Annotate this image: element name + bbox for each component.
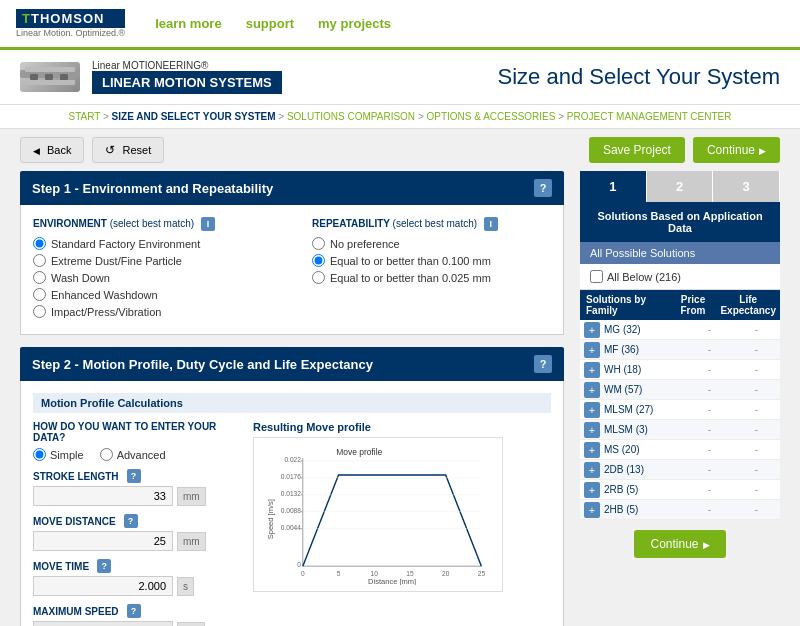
top-navigation: TTHOMSON Linear Motion. Optimized.® lear… xyxy=(0,0,800,50)
mode-advanced-radio[interactable] xyxy=(100,448,113,461)
sol-expand-btn[interactable]: + xyxy=(584,462,600,478)
sol-name[interactable]: MG (32) xyxy=(600,320,686,339)
sol-price: - xyxy=(686,420,733,439)
svg-text:25: 25 xyxy=(478,570,486,577)
step-tab-3[interactable]: 3 xyxy=(713,171,780,202)
env-row: ENVIRONMENT (select best match) i Standa… xyxy=(33,217,551,322)
col-price: Price From xyxy=(670,290,717,320)
sol-name[interactable]: 2DB (13) xyxy=(600,460,686,479)
svg-text:Move profile: Move profile xyxy=(336,447,382,457)
rep-radio-1[interactable] xyxy=(312,254,325,267)
move-dist-help[interactable]: ? xyxy=(124,514,138,528)
step2-sub-title: Motion Profile Calculations xyxy=(33,393,551,413)
banner-left: Linear MOTIONEERING® LINEAR MOTION SYSTE… xyxy=(20,60,282,94)
repeatability-help[interactable]: i xyxy=(484,217,498,231)
move-distance-input[interactable] xyxy=(33,531,173,551)
breadcrumb-current: SIZE AND SELECT YOUR SYSTEM xyxy=(112,111,276,122)
back-button[interactable]: Back xyxy=(20,137,84,163)
solutions-header: Solutions Based on Application Data xyxy=(580,202,780,242)
mode-simple-radio[interactable] xyxy=(33,448,46,461)
sol-price: - xyxy=(686,380,733,399)
breadcrumb-project[interactable]: PROJECT MANAGEMENT CENTER xyxy=(567,111,732,122)
all-below-checkbox[interactable] xyxy=(590,270,603,283)
sol-name[interactable]: WM (57) xyxy=(600,380,686,399)
svg-text:15: 15 xyxy=(406,570,414,577)
breadcrumb-options[interactable]: OPTIONS & ACCESSORIES xyxy=(427,111,556,122)
continue-button[interactable]: Continue xyxy=(693,137,780,163)
sol-name[interactable]: MS (20) xyxy=(600,440,686,459)
chart-area: Resulting Move profile Move profile 0. xyxy=(253,421,551,592)
sol-expand-btn[interactable]: + xyxy=(584,442,600,458)
step2-help-button[interactable]: ? xyxy=(534,355,552,373)
sol-expand-btn[interactable]: + xyxy=(584,402,600,418)
move-time-unit: s xyxy=(177,577,194,596)
sol-expand-btn[interactable]: + xyxy=(584,362,600,378)
sol-name[interactable]: 2RB (5) xyxy=(600,480,686,499)
page-title: Size and Select Your System xyxy=(498,64,781,90)
env-option-2: Wash Down xyxy=(33,271,272,284)
reset-label: Reset xyxy=(122,144,151,156)
nav-my-projects[interactable]: my projects xyxy=(318,16,391,31)
all-possible-solutions[interactable]: All Possible Solutions xyxy=(580,242,780,264)
nav-learn-more[interactable]: learn more xyxy=(155,16,221,31)
table-row: + MG (32) - - xyxy=(580,320,780,340)
svg-text:0.0088: 0.0088 xyxy=(281,507,301,514)
step1-header: Step 1 - Environment and Repeatability ? xyxy=(20,171,564,205)
move-time-input[interactable] xyxy=(33,576,173,596)
reset-button[interactable]: Reset xyxy=(92,137,164,163)
data-entry: HOW DO YOU WANT TO ENTER YOUR DATA? Simp… xyxy=(33,421,233,626)
env-radio-3[interactable] xyxy=(33,288,46,301)
max-speed-help[interactable]: ? xyxy=(127,604,141,618)
move-time-help[interactable]: ? xyxy=(97,559,111,573)
toolbar: Back Reset Save Project Continue xyxy=(0,129,800,171)
breadcrumb-solutions[interactable]: SOLUTIONS COMPARISON xyxy=(287,111,415,122)
sol-name[interactable]: WH (18) xyxy=(600,360,686,379)
nav-support[interactable]: support xyxy=(246,16,294,31)
sol-expand-btn[interactable]: + xyxy=(584,322,600,338)
svg-rect-5 xyxy=(60,74,68,80)
svg-text:0.022: 0.022 xyxy=(284,456,301,463)
env-radio-2[interactable] xyxy=(33,271,46,284)
table-row: + 2HB (5) - - xyxy=(580,500,780,520)
move-dist-unit: mm xyxy=(177,532,206,551)
sol-name[interactable]: MLSM (27) xyxy=(600,400,686,419)
step1-help-button[interactable]: ? xyxy=(534,179,552,197)
table-row: + MF (36) - - xyxy=(580,340,780,360)
rep-radio-2[interactable] xyxy=(312,271,325,284)
max-speed-input[interactable] xyxy=(33,621,173,626)
solutions-list: + MG (32) - - + MF (36) - - + WH (18) - … xyxy=(580,320,780,520)
right-continue-button[interactable]: Continue xyxy=(634,530,725,558)
stroke-help[interactable]: ? xyxy=(127,469,141,483)
environment-help[interactable]: i xyxy=(201,217,215,231)
step-tab-1[interactable]: 1 xyxy=(580,171,647,202)
stroke-length-input[interactable] xyxy=(33,486,173,506)
env-radio-1[interactable] xyxy=(33,254,46,267)
sol-expand-btn[interactable]: + xyxy=(584,382,600,398)
breadcrumb-start[interactable]: START xyxy=(69,111,101,122)
sol-expand-btn[interactable]: + xyxy=(584,422,600,438)
sol-expand-btn[interactable]: + xyxy=(584,502,600,518)
env-radio-4[interactable] xyxy=(33,305,46,318)
sol-name[interactable]: 2HB (5) xyxy=(600,500,686,519)
sol-expand-btn[interactable]: + xyxy=(584,342,600,358)
rep-option-0: No preference xyxy=(312,237,551,250)
sol-price: - xyxy=(686,320,733,339)
mode-simple: Simple xyxy=(33,448,84,461)
env-option-0: Standard Factory Environment xyxy=(33,237,272,250)
right-continue-label: Continue xyxy=(650,537,698,551)
svg-text:Speed [m/s]: Speed [m/s] xyxy=(266,499,275,539)
sol-name[interactable]: MF (36) xyxy=(600,340,686,359)
env-radio-0[interactable] xyxy=(33,237,46,250)
rep-radio-0[interactable] xyxy=(312,237,325,250)
mode-advanced-label: Advanced xyxy=(117,449,166,461)
step-tab-2[interactable]: 2 xyxy=(647,171,714,202)
step1-section: Step 1 - Environment and Repeatability ?… xyxy=(20,171,564,335)
product-line: LINEAR MOTION SYSTEMS xyxy=(92,71,282,94)
sol-price: - xyxy=(686,500,733,519)
field-input-row-3: m/s xyxy=(33,621,233,626)
save-project-button[interactable]: Save Project xyxy=(589,137,685,163)
sol-expand-btn[interactable]: + xyxy=(584,482,600,498)
table-row: + MS (20) - - xyxy=(580,440,780,460)
sol-name[interactable]: MLSM (3) xyxy=(600,420,686,439)
all-below-label: All Below (216) xyxy=(607,271,681,283)
